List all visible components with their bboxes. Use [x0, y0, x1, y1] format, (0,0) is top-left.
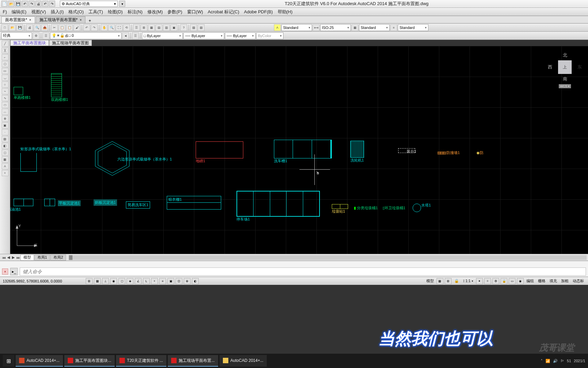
menu-modify[interactable]: 修改(M) — [147, 9, 163, 15]
network-icon[interactable]: 📶 — [545, 359, 550, 363]
viewcube-top[interactable]: 上 — [558, 60, 572, 74]
paste-icon[interactable]: 📋 — [66, 24, 73, 31]
revcloud-icon[interactable]: ~ — [2, 88, 9, 94]
tray-time[interactable]: 51 — [567, 359, 571, 363]
tab-next-icon[interactable]: ▶ — [11, 255, 16, 260]
doc-tab[interactable]: 施工平面布置图块 — [10, 40, 49, 46]
save-icon[interactable]: 💾 — [15, 1, 21, 7]
hw-icon[interactable]: ▭ — [509, 278, 516, 284]
snap-icon[interactable]: ⊞ — [86, 278, 93, 284]
volume-icon[interactable]: 🔊 — [553, 359, 558, 363]
tab-first-icon[interactable]: ⏮ — [1, 256, 6, 260]
workspace-dropdown[interactable]: ⚙ AutoCAD 经典 ▾ — [60, 1, 118, 7]
h-scrollbar[interactable] — [68, 255, 587, 260]
group-label[interactable]: 编组 — [525, 278, 535, 283]
zoomprev-icon[interactable]: ⟲ — [123, 24, 130, 31]
point-icon[interactable]: · — [2, 129, 9, 135]
wcs-dropdown[interactable]: WCS ▾ — [559, 84, 571, 88]
block2-icon[interactable]: ▨ — [198, 24, 205, 31]
layout-tab[interactable]: 布局1 — [34, 255, 50, 261]
viewcube-north[interactable]: 北 — [548, 52, 582, 58]
dim-icon[interactable]: ⟷ — [313, 24, 320, 31]
open-icon[interactable]: 📂 — [9, 24, 16, 31]
menu-view[interactable]: 视图(V) — [31, 9, 46, 15]
qat-more-icon[interactable]: ▾ — [119, 1, 125, 7]
menu-insert[interactable]: 插入(I) — [51, 9, 64, 15]
annoscale-icon[interactable]: ✦ — [476, 278, 483, 284]
help-icon[interactable]: ? — [180, 24, 187, 31]
menu-parametric[interactable]: 参数(P) — [167, 9, 182, 15]
new-icon[interactable]: □ — [1, 24, 8, 31]
color-dropdown[interactable]: □ ByLayer▾ — [142, 32, 183, 39]
bold-label[interactable]: 加粗 — [560, 278, 570, 283]
ellarc-icon[interactable]: ⌓ — [2, 109, 9, 115]
dynlabel[interactable]: 动态标 — [571, 278, 585, 283]
region-icon[interactable]: ◻ — [2, 150, 9, 156]
preview-icon[interactable]: 🔍 — [34, 24, 40, 31]
command-prompt-icon[interactable]: ▸_ — [10, 268, 18, 275]
menu-draw[interactable]: 绘图(D) — [108, 9, 123, 15]
undo-icon[interactable]: ↶ — [22, 1, 28, 7]
tab-prev-icon[interactable]: ◀ — [6, 255, 11, 260]
ortho-icon[interactable]: ⊥ — [102, 278, 109, 284]
hatch-icon[interactable]: ▨ — [2, 136, 9, 142]
properties-icon[interactable]: ☰ — [133, 24, 140, 31]
sheet-icon[interactable]: ▤ — [156, 24, 162, 31]
designcenter-icon[interactable]: ⊞ — [141, 24, 147, 31]
taskbar-item[interactable]: AutoCAD 2014+... — [219, 355, 267, 367]
viewcube[interactable]: 北 西 上 东 南 WCS ▾ — [548, 52, 582, 96]
markup-icon[interactable]: ▥ — [163, 24, 170, 31]
menu-tools[interactable]: 工具(T) — [88, 9, 103, 15]
print-icon[interactable]: 🖨 — [26, 24, 33, 31]
table-icon[interactable]: ▦ — [352, 24, 358, 31]
3dosnap-icon[interactable]: ◈ — [127, 278, 133, 284]
block-icon[interactable]: ▣ — [2, 122, 9, 128]
viewcube-west[interactable]: 西 — [548, 64, 552, 70]
insert-icon[interactable]: ⊕ — [2, 116, 9, 122]
rectangle-icon[interactable]: ▭ — [2, 68, 9, 74]
viewcube-east[interactable]: 东 — [577, 64, 582, 70]
undo-icon[interactable]: ↶ — [83, 24, 90, 31]
taskbar-item[interactable]: 施工现场平面布置... — [168, 355, 218, 367]
layer-mgr-icon[interactable]: ☰ — [43, 32, 49, 39]
print-icon[interactable]: 🖨 — [35, 1, 42, 7]
doc-tab[interactable]: 施工现场平面布置图 — [49, 40, 92, 46]
ducs-icon[interactable]: L — [143, 278, 150, 284]
open-icon[interactable]: 📂 — [8, 1, 14, 7]
dyn-icon[interactable]: + — [151, 278, 158, 284]
spline-icon[interactable]: ∿ — [2, 95, 9, 101]
redo-icon[interactable]: ↷ — [29, 1, 35, 7]
text-a-icon[interactable]: A — [274, 24, 281, 31]
ws-switch-icon[interactable]: ⚙ — [492, 278, 499, 284]
redo2-icon[interactable]: ↷ — [49, 1, 55, 7]
layer-prev-icon[interactable]: ◄ — [122, 32, 129, 39]
drawing-canvas[interactable]: document.write(Array.from({length:20},(_… — [10, 46, 588, 254]
menu-dimension[interactable]: 标注(N) — [128, 9, 143, 15]
copy-icon[interactable]: 📋 — [59, 24, 65, 31]
grid-label[interactable]: 栅格 — [537, 278, 547, 283]
save-icon[interactable]: 💾 — [16, 24, 23, 31]
zoom-icon[interactable]: 🔍 — [108, 24, 115, 31]
polyline-icon[interactable]: ⌐ — [2, 54, 9, 60]
annotation-btn[interactable]: 🔒 — [453, 279, 460, 283]
menu-file[interactable]: F) — [3, 9, 7, 14]
model-button[interactable]: 模型 — [425, 278, 435, 283]
taskbar-item[interactable]: T20天正建筑软件 ... — [116, 355, 166, 367]
flag-icon[interactable]: 🏳 — [560, 359, 564, 363]
polar-icon[interactable]: ◉ — [110, 278, 117, 284]
file-tab[interactable]: 面布置图块*× — [1, 16, 35, 23]
close-icon[interactable]: × — [80, 18, 82, 22]
match-icon[interactable]: 🖌 — [74, 24, 80, 31]
scale-value[interactable]: ⟟ 1:1 ▾ — [462, 279, 475, 283]
lwt-icon[interactable]: ≡ — [159, 278, 166, 284]
multileader-style-dropdown[interactable]: Standard▾ — [398, 24, 428, 31]
dim-style-dropdown[interactable]: ISO-25▾ — [320, 24, 351, 31]
line-icon[interactable]: ╱ — [2, 41, 9, 47]
new-icon[interactable]: 📄 — [1, 1, 7, 7]
publish-icon[interactable]: 📤 — [41, 24, 48, 31]
table-icon[interactable]: ▦ — [2, 156, 9, 163]
addsel-icon[interactable]: + — [2, 170, 9, 176]
arc-icon[interactable]: ◡ — [2, 75, 9, 81]
tab-last-icon[interactable]: ⏭ — [16, 256, 20, 260]
pan-icon[interactable]: ✋ — [101, 24, 108, 31]
